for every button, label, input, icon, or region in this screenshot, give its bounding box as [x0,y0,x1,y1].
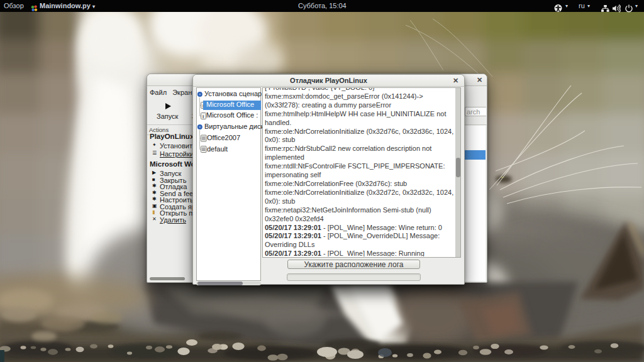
svg-text:i: i [203,114,204,119]
